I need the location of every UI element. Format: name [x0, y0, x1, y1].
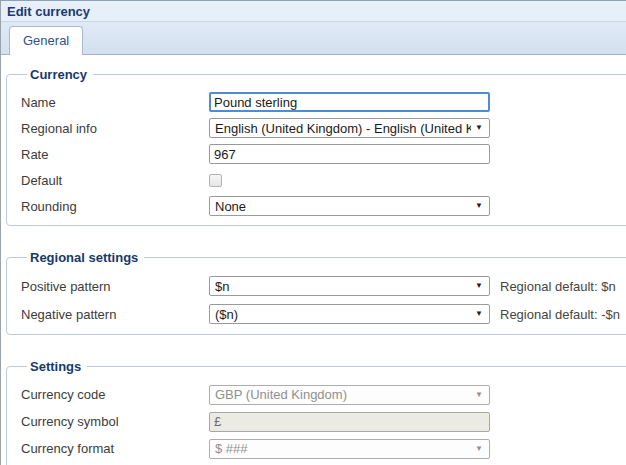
chevron-down-icon: ▼ [475, 282, 483, 290]
currency-format-value: $ ### [215, 441, 471, 456]
section-regional-settings: Regional settings Positive pattern $n ▼ … [6, 250, 626, 335]
title-bar: Edit currency [1, 0, 626, 22]
regional-info-value: English (United Kingdom) - English (Unit… [215, 121, 471, 136]
currency-code-label: Currency code [21, 387, 209, 402]
rounding-row: Rounding None ▼ [21, 193, 626, 219]
edit-currency-panel: Edit currency General Currency Name Regi… [0, 0, 626, 465]
regional-info-select[interactable]: English (United Kingdom) - English (Unit… [209, 118, 490, 138]
name-row: Name [21, 89, 626, 115]
regional-info-label: Regional info [21, 121, 209, 136]
currency-code-row: Currency code GBP (United Kingdom) ▼ [21, 381, 626, 408]
default-checkbox[interactable] [209, 174, 222, 187]
chevron-down-icon: ▼ [475, 391, 483, 399]
positive-pattern-label: Positive pattern [21, 279, 209, 294]
positive-pattern-row: Positive pattern $n ▼ Regional default: … [21, 272, 626, 300]
section-settings-legend: Settings [27, 359, 87, 374]
section-currency-legend: Currency [27, 67, 93, 82]
chevron-down-icon: ▼ [475, 202, 483, 210]
positive-pattern-select[interactable]: $n ▼ [209, 276, 490, 296]
chevron-down-icon: ▼ [475, 310, 483, 318]
negative-pattern-default-note: Regional default: -$n [500, 307, 620, 322]
negative-pattern-value: ($n) [215, 307, 471, 322]
currency-code-select: GBP (United Kingdom) ▼ [209, 385, 490, 405]
rounding-select[interactable]: None ▼ [209, 196, 490, 216]
rate-row: Rate [21, 141, 626, 167]
default-label: Default [21, 173, 209, 188]
positive-pattern-default-note: Regional default: $n [500, 279, 616, 294]
currency-format-label: Currency format [21, 441, 209, 456]
rate-label: Rate [21, 147, 209, 162]
section-regional-settings-legend: Regional settings [27, 250, 144, 265]
currency-symbol-input [209, 412, 490, 432]
section-settings: Settings Currency code GBP (United Kingd… [6, 359, 626, 465]
negative-pattern-row: Negative pattern ($n) ▼ Regional default… [21, 300, 626, 328]
page-title: Edit currency [7, 4, 90, 19]
rounding-value: None [215, 199, 471, 214]
form-content: Currency Name Regional info English (Uni… [1, 55, 626, 465]
name-label: Name [21, 95, 209, 110]
currency-symbol-label: Currency symbol [21, 414, 209, 429]
negative-pattern-select[interactable]: ($n) ▼ [209, 304, 490, 324]
currency-format-row: Currency format $ ### ▼ [21, 435, 626, 462]
default-row: Default [21, 167, 626, 193]
name-input[interactable] [209, 92, 490, 112]
tab-general-label: General [23, 33, 69, 48]
tab-bar: General [1, 22, 626, 55]
currency-code-value: GBP (United Kingdom) [215, 387, 471, 402]
currency-format-select: $ ### ▼ [209, 439, 490, 459]
chevron-down-icon: ▼ [475, 124, 483, 132]
currency-symbol-row: Currency symbol [21, 408, 626, 435]
tab-general[interactable]: General [9, 26, 83, 55]
chevron-down-icon: ▼ [475, 445, 483, 453]
positive-pattern-value: $n [215, 279, 471, 294]
regional-info-row: Regional info English (United Kingdom) -… [21, 115, 626, 141]
rate-input[interactable] [209, 144, 490, 164]
rounding-label: Rounding [21, 199, 209, 214]
negative-pattern-label: Negative pattern [21, 307, 209, 322]
section-currency: Currency Name Regional info English (Uni… [6, 67, 626, 226]
